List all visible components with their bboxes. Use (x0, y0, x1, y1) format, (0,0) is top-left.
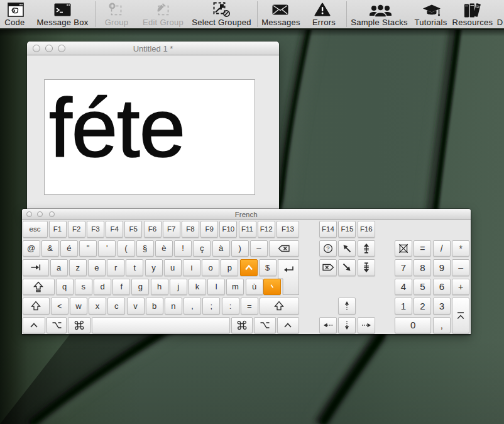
svg-text:?: ? (326, 245, 329, 252)
